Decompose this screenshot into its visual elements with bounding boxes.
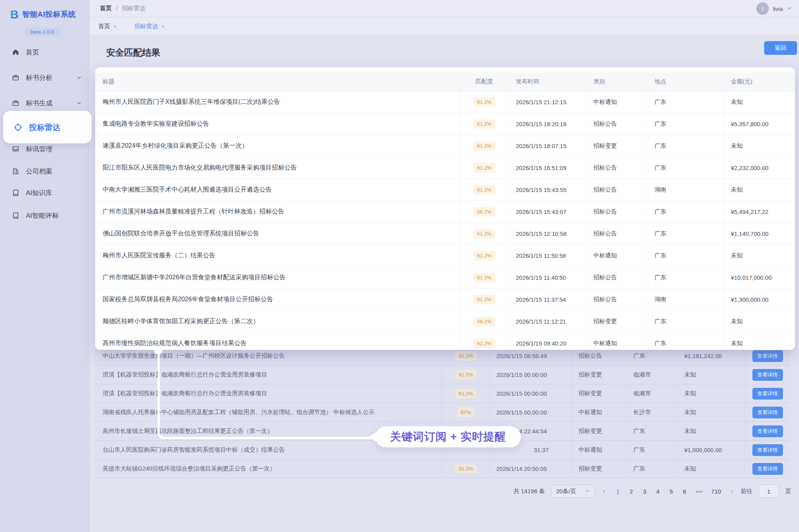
breadcrumb-home[interactable]: 首页: [100, 5, 112, 12]
table-row[interactable]: 中南大学湘雅三医院手术中心耗材入围遴选项目公开遴选公告 61.2% 2026/1…: [95, 179, 795, 201]
view-details-button[interactable]: 查看详情: [752, 369, 783, 381]
sidebar-item-bid-generation[interactable]: 标书生成: [0, 95, 90, 111]
row-title: 广州市增城区新塘中学2026年自营食堂食材配送采购项目招标公告: [95, 267, 459, 288]
radar-icon: [13, 123, 23, 132]
user-menu[interactable]: l livia: [756, 0, 792, 17]
close-icon[interactable]: ×: [162, 24, 165, 29]
table-row[interactable]: 高州市慢性病防治站规范病人餐饮服务项目结果公告 61.2% 2026/1/15 …: [95, 333, 795, 350]
publish-time: 2026/1/15 18:07:15: [509, 135, 587, 157]
page-number-button[interactable]: 3: [640, 488, 650, 495]
sidebar-item-home[interactable]: 首页: [0, 44, 90, 60]
location: 临湘市: [627, 384, 678, 403]
row-title: 高州市慢性病防治站规范病人餐饮服务项目结果公告: [95, 333, 459, 350]
page-number-button[interactable]: 6: [680, 488, 690, 495]
close-icon[interactable]: ×: [114, 24, 117, 29]
location: 长沙市: [627, 403, 678, 422]
amount: 未知: [724, 245, 795, 266]
location: 广东: [648, 267, 724, 288]
breadcrumb-bar: 首页 / 招标雷达 l livia: [90, 0, 799, 17]
page-number-button[interactable]: 1: [613, 488, 623, 495]
table-body: 梅州市人民医院西门子X线摄影系统三年维保项目(二次)结果公告 61.2% 202…: [95, 91, 795, 350]
view-details-button[interactable]: 查看详情: [752, 407, 783, 418]
tab-home[interactable]: 首页 ×: [98, 23, 117, 30]
sidebar-item-bid-radar[interactable]: 投标雷达: [0, 119, 90, 135]
table-row[interactable]: 广州市流溪河林场森林质量精准提升工程（针叶林改造）招标公告 68.2% 2026…: [95, 201, 795, 223]
table-row[interactable]: 顺德区桂畔小学体育馆加固工程采购更正公告（第二次） 68.2% 2026/1/1…: [95, 311, 795, 333]
match-cell: 61.2%: [442, 460, 490, 478]
sidebar-item-ai-evaluation[interactable]: AI智能评标: [0, 208, 90, 223]
tab-label: 首页: [98, 23, 110, 30]
column-header-location: 地点: [648, 72, 724, 91]
page-number-button[interactable]: 2: [626, 488, 636, 495]
guide-connector-dot: [154, 346, 163, 355]
view-details-button[interactable]: 查看详情: [752, 350, 783, 362]
app-window: B 智能AI投标系统 beta-1.0.0 首页 标书分析 标书生成: [0, 0, 799, 532]
table-row[interactable]: 梅州市人民医院宣传服务（二）结果公告 61.2% 2026/1/15 11:50…: [95, 245, 795, 267]
sidebar-item-label: AI智能评标: [26, 211, 59, 220]
row-title: 英德市大站镇G240沿线环境综合整治项目采购更正公告（第一次）: [95, 460, 442, 478]
sidebar-item-bid-news[interactable]: 标讯管理: [0, 141, 90, 157]
match-badge: 68.2%: [473, 317, 495, 326]
table-row[interactable]: 梅州市人民医院西门子X线摄影系统三年维保项目(二次)结果公告 61.2% 202…: [95, 91, 795, 113]
category: 招标公告: [587, 113, 648, 135]
table-row[interactable]: 遂溪县2024年乡村绿化项目采购更正公告（第一次） 61.2% 2026/1/1…: [95, 135, 795, 157]
goto-page-input[interactable]: [759, 485, 779, 498]
table-row[interactable]: 集成电路专业教学实验室建设招标公告 61.2% 2026/1/15 18:20:…: [95, 113, 795, 135]
publish-time: 2026/1/15 21:12:15: [509, 91, 587, 113]
sidebar-item-label: 标书分析: [26, 73, 52, 82]
category: 招标公告: [587, 179, 648, 201]
view-details-button[interactable]: 查看详情: [752, 425, 783, 437]
version-badge: beta-1.0.0: [24, 27, 61, 36]
sidebar-item-ai-knowledge[interactable]: AI知识库: [0, 185, 90, 201]
table-row[interactable]: 国家税务总局双牌县税务局2026年食堂食材项目公开招标公告 61.2% 2026…: [95, 289, 795, 311]
table-row[interactable]: 佛山国创院联合培养开放平台信息管理系统项目招标公告 61.2% 2026/1/1…: [95, 223, 795, 245]
match-badge: 61.2%: [455, 389, 477, 398]
match-cell: 61.2%: [459, 245, 509, 266]
match-cell: 61.2%: [459, 223, 509, 244]
view-details-button[interactable]: 查看详情: [752, 463, 783, 475]
match-cell: 61.2%: [459, 267, 509, 288]
column-header-category: 类别: [587, 72, 648, 91]
view-details-button[interactable]: 查看详情: [752, 444, 783, 456]
category: 招标变更: [572, 366, 627, 384]
action-cell: 查看详情: [744, 422, 790, 440]
action-cell: 查看详情: [744, 366, 790, 384]
back-button[interactable]: 返回: [764, 41, 797, 55]
row-title: 顺德区桂畔小学体育馆加固工程采购更正公告（第二次）: [95, 311, 459, 332]
more-pages-icon[interactable]: •••: [696, 488, 703, 495]
location: 广东: [627, 460, 678, 478]
next-page-button[interactable]: ›: [729, 487, 734, 495]
match-cell: 61.2%: [459, 289, 509, 310]
match-badge: 61.2%: [473, 163, 495, 173]
sidebar-item-label: 标讯管理: [26, 145, 52, 154]
view-details-button[interactable]: 查看详情: [752, 388, 783, 400]
match-badge: 61.2%: [455, 351, 477, 361]
location: 广东: [648, 91, 724, 113]
amount: 未知: [678, 422, 744, 440]
location: 广东: [648, 311, 724, 332]
publish-time: 2026/1/15 09:40:20: [509, 333, 587, 350]
publish-time: 2026/1/15 00:00:00: [490, 403, 572, 422]
table-row[interactable]: 阳江市阳东区人民医院电力市场化交易购电代理服务采购项目招标公告 61.2% 20…: [95, 157, 795, 179]
page-number-button[interactable]: 5: [666, 488, 676, 495]
column-header-title: 标题: [95, 72, 459, 91]
amount: ¥10,017,000.00: [724, 267, 795, 288]
table-row[interactable]: 广州市增城区新塘中学2026年自营食堂食材配送采购项目招标公告 61.2% 20…: [95, 267, 795, 289]
page-size-select[interactable]: 20条/页: [551, 485, 595, 498]
match-badge: 61.2%: [473, 273, 495, 282]
column-header-amount: 金额(元): [724, 72, 795, 91]
match-cell: 68.2%: [459, 311, 509, 332]
category: 招标变更: [572, 460, 627, 478]
page-number-button[interactable]: 4: [653, 488, 663, 495]
sidebar-item-bid-analysis[interactable]: 标书分析: [0, 70, 90, 85]
pagination-total: 共 14196 条: [513, 488, 545, 495]
publish-time: 2026/1/14 20:50:05: [490, 460, 572, 478]
pagination: 共 14196 条 20条/页 ‹ 1 2 3 4 5 6 ••• 710 › …: [513, 485, 791, 498]
briefcase-icon: [12, 74, 20, 81]
amount: ¥1,140,700.00: [724, 223, 795, 244]
sidebar-item-company-archive[interactable]: 公司档案: [0, 163, 90, 179]
last-page-button[interactable]: 710: [709, 488, 723, 495]
tab-bid-radar[interactable]: 招标雷达 ×: [135, 23, 165, 30]
prev-page-button[interactable]: ‹: [601, 487, 607, 495]
table-row[interactable]: 英德市大站镇G240沿线环境综合整治项目采购更正公告（第一次） 61.2% 20…: [95, 460, 790, 478]
